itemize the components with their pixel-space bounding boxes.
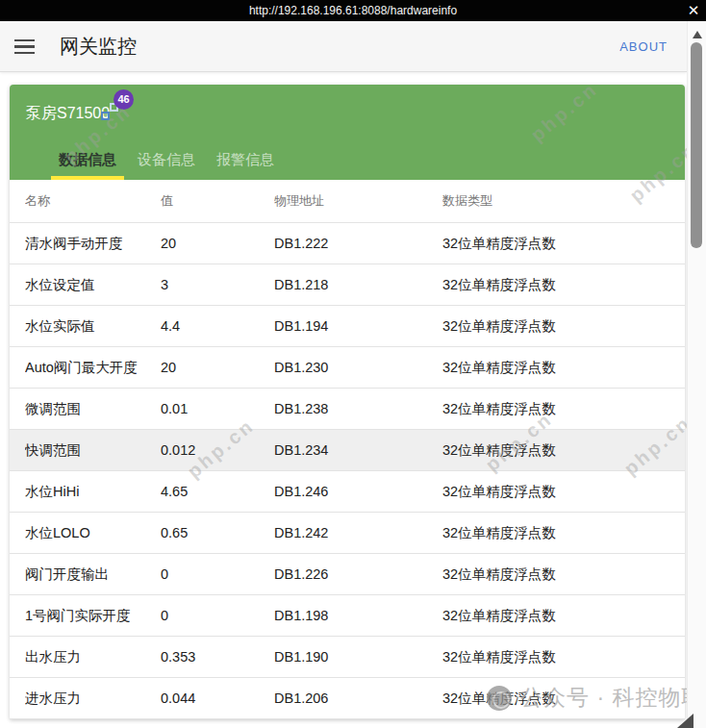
- cell-value: 4.65: [161, 484, 274, 499]
- cell-type: 32位单精度浮点数: [442, 524, 685, 542]
- table-row[interactable]: 阀门开度输出 0 DB1.226 32位单精度浮点数: [10, 554, 685, 595]
- table-row[interactable]: 水位LOLO 0.65 DB1.242 32位单精度浮点数: [10, 513, 685, 554]
- cell-type: 32位单精度浮点数: [442, 648, 685, 666]
- cell-address: DB1.234: [274, 442, 442, 458]
- cell-name: 阀门开度输出: [25, 565, 161, 584]
- cell-type: 32位单精度浮点数: [442, 317, 685, 336]
- cell-type: 32位单精度浮点数: [442, 235, 685, 253]
- table-row[interactable]: 微调范围 0.01 DB1.238 32位单精度浮点数: [10, 389, 685, 430]
- cell-value: 0.012: [161, 442, 274, 458]
- cell-address: DB1.246: [274, 484, 442, 499]
- page-title: 网关监控: [60, 34, 137, 60]
- cell-value: 20: [161, 360, 274, 375]
- cell-address: DB1.230: [274, 360, 442, 375]
- tab-device-info[interactable]: 设备信息: [130, 144, 203, 180]
- cell-name: 水位LOLO: [25, 524, 161, 542]
- cell-value: 0.65: [161, 525, 274, 540]
- url-text: http://192.168.196.61:8088/hardwareinfo: [0, 0, 706, 21]
- cell-address: DB1.226: [274, 566, 442, 582]
- app-toolbar: 网关监控 ABOUT: [0, 21, 687, 72]
- close-icon[interactable]: ✕: [683, 0, 704, 21]
- cell-type: 32位单精度浮点数: [442, 565, 685, 584]
- cell-address: DB1.222: [274, 236, 442, 251]
- cell-value: 20: [161, 236, 274, 251]
- header-type: 数据类型: [442, 192, 685, 210]
- cell-type: 32位单精度浮点数: [442, 483, 685, 501]
- table-row[interactable]: 快调范围 0.012 DB1.234 32位单精度浮点数: [10, 430, 685, 471]
- header-name: 名称: [25, 192, 161, 210]
- cell-address: DB1.242: [274, 525, 442, 540]
- cell-name: 清水阀手动开度: [25, 235, 161, 253]
- cell-name: 进水压力: [25, 690, 161, 708]
- cell-address: DB1.198: [274, 608, 442, 623]
- cell-name: 出水压力: [25, 648, 161, 666]
- cell-address: DB1.190: [274, 649, 442, 665]
- cell-value: 0.01: [161, 401, 274, 416]
- table-row[interactable]: 水位实际值 4.4 DB1.194 32位单精度浮点数: [10, 306, 685, 347]
- table-row[interactable]: 出水压力 0.353 DB1.190 32位单精度浮点数: [10, 637, 685, 678]
- cell-address: DB1.238: [274, 401, 442, 416]
- cell-value: 0.353: [161, 649, 274, 665]
- device-title: 泵房S71500: [26, 104, 110, 124]
- scrollbar-track[interactable]: [687, 21, 706, 728]
- tab-alarm-info[interactable]: 报警信息: [209, 144, 282, 180]
- cell-name: 快调范围: [25, 441, 161, 460]
- cell-name: 微调范围: [25, 400, 161, 418]
- table-row[interactable]: 水位HiHi 4.65 DB1.246 32位单精度浮点数: [10, 471, 685, 513]
- count-badge: 46: [113, 89, 134, 110]
- tab-label: 报警信息: [216, 151, 274, 167]
- cell-type: 32位单精度浮点数: [442, 607, 685, 625]
- cell-name: 水位设定值: [25, 276, 161, 294]
- table-row[interactable]: Auto阀门最大开度 20 DB1.230 32位单精度浮点数: [10, 347, 685, 389]
- hamburger-menu-icon[interactable]: [14, 39, 35, 54]
- page: http://192.168.196.61:8088/hardwareinfo …: [0, 0, 706, 728]
- cell-value: 3: [161, 277, 274, 292]
- cell-value: 0: [161, 608, 274, 623]
- cell-type: 32位单精度浮点数: [442, 276, 685, 294]
- table-row[interactable]: 清水阀手动开度 20 DB1.222 32位单精度浮点数: [10, 223, 685, 264]
- table-row[interactable]: 1号阀门实际开度 0 DB1.198 32位单精度浮点数: [10, 595, 685, 637]
- cell-name: 水位实际值: [25, 317, 161, 336]
- table-row[interactable]: 进水压力 0.044 DB1.206 32位单精度浮点数: [10, 678, 685, 719]
- tab-label: 设备信息: [138, 151, 195, 167]
- cell-name: 1号阀门实际开度: [25, 607, 161, 625]
- device-card: 泵房S71500 46 数据信息 设备信息 报警信息 名称 值: [10, 85, 685, 719]
- header-address: 物理地址: [274, 192, 442, 210]
- tab-bar: 数据信息 设备信息 报警信息: [51, 144, 282, 180]
- cell-type: 32位单精度浮点数: [442, 441, 685, 460]
- table-header-row: 名称 值 物理地址 数据类型: [10, 180, 685, 223]
- cell-value: 0: [161, 566, 274, 582]
- cell-name: Auto阀门最大开度: [25, 359, 161, 377]
- cell-type: 32位单精度浮点数: [442, 690, 685, 708]
- cell-address: DB1.206: [274, 690, 442, 706]
- tab-data-info[interactable]: 数据信息: [51, 144, 124, 180]
- cell-value: 0.044: [161, 690, 274, 706]
- browser-title-bar: http://192.168.196.61:8088/hardwareinfo …: [0, 0, 706, 21]
- about-link[interactable]: ABOUT: [619, 39, 668, 54]
- cell-name: 水位HiHi: [25, 483, 161, 501]
- table-row[interactable]: 水位设定值 3 DB1.218 32位单精度浮点数: [10, 264, 685, 306]
- header-value: 值: [161, 192, 274, 210]
- tab-label: 数据信息: [59, 151, 116, 167]
- cell-address: DB1.194: [274, 318, 442, 334]
- cell-type: 32位单精度浮点数: [442, 359, 685, 377]
- scrollbar-thumb[interactable]: [691, 42, 702, 248]
- scroll-up-arrow-icon[interactable]: [693, 31, 702, 38]
- table-body: 清水阀手动开度 20 DB1.222 32位单精度浮点数 水位设定值 3 DB1…: [10, 223, 685, 719]
- active-tab-indicator: [51, 176, 124, 180]
- cell-value: 4.4: [161, 318, 274, 334]
- cell-type: 32位单精度浮点数: [442, 400, 685, 418]
- cell-address: DB1.218: [274, 277, 442, 292]
- card-header: 泵房S71500 46 数据信息 设备信息 报警信息: [10, 85, 685, 180]
